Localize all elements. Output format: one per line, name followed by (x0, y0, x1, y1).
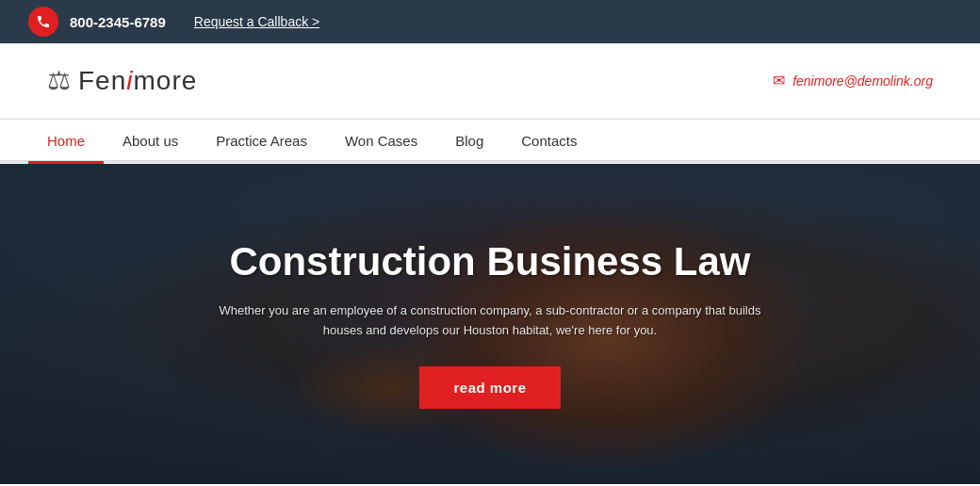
nav-item-home[interactable]: Home (28, 120, 104, 162)
scales-icon: ⚖ (47, 65, 71, 96)
phone-number: 800-2345-6789 (70, 14, 166, 30)
email-icon: ✉ (773, 72, 785, 89)
nav-bar: Home About us Practice Areas Won Cases B… (0, 119, 980, 164)
header: ⚖ Fenimore ✉ fenimore@demolink.org (0, 43, 980, 119)
phone-circle-icon (28, 7, 58, 37)
phone-icon (36, 14, 51, 29)
nav-item-practice[interactable]: Practice Areas (197, 120, 326, 162)
hero-subtitle: Whether you are an employee of a constru… (207, 301, 773, 341)
hero-title: Construction Business Law (207, 239, 773, 284)
hero-content: Construction Business Law Whether you ar… (132, 239, 848, 410)
callback-link[interactable]: Request a Callback > (194, 14, 319, 29)
email-area: ✉ fenimore@demolink.org (773, 72, 933, 89)
hero-section: Construction Business Law Whether you ar… (0, 164, 980, 484)
nav-item-won-cases[interactable]: Won Cases (326, 120, 436, 162)
top-bar: 800-2345-6789 Request a Callback > (0, 0, 980, 43)
email-link[interactable]: fenimore@demolink.org (792, 73, 933, 89)
logo-text: Fenimore (78, 66, 197, 96)
logo-area: ⚖ Fenimore (47, 65, 197, 96)
logo-italic-i: i (126, 66, 133, 95)
nav-item-about[interactable]: About us (104, 120, 197, 162)
nav-item-blog[interactable]: Blog (436, 120, 502, 162)
nav-item-contacts[interactable]: Contacts (502, 120, 596, 162)
read-more-button[interactable]: read more (419, 366, 560, 409)
